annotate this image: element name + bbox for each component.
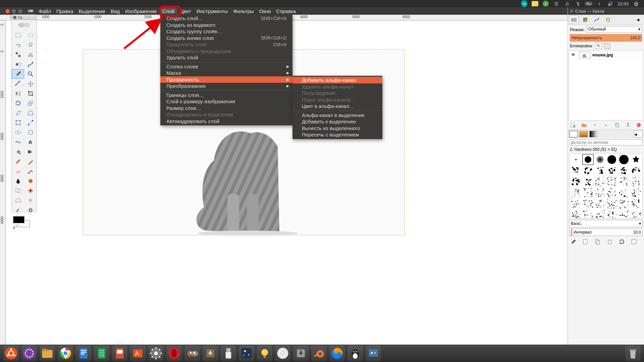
brush-preset[interactable] — [606, 198, 618, 209]
swap-colors-icon[interactable] — [13, 226, 17, 230]
tool-perspective-clone[interactable] — [12, 195, 24, 205]
brush-preset[interactable] — [606, 187, 618, 198]
tool-paintbrush[interactable] — [24, 157, 37, 166]
tab-paths[interactable] — [592, 16, 601, 24]
layer-row[interactable]: 👁 кошка.jpg — [569, 51, 643, 59]
brush-tab-1[interactable] — [569, 131, 578, 137]
dock-sheets-icon[interactable] — [94, 346, 109, 361]
submenu-item[interactable]: Альфа-канал в выделение — [292, 112, 382, 119]
tool-heal[interactable] — [24, 186, 37, 195]
brush-preset[interactable] — [606, 154, 618, 165]
brush-preset[interactable] — [630, 165, 642, 176]
tool-align[interactable] — [12, 88, 24, 98]
opacity-slider[interactable]: Непрозрачность 100,0 — [570, 34, 642, 42]
dock-settings-icon[interactable] — [148, 346, 164, 361]
submenu-item[interactable]: Добавить альфа-канал — [292, 77, 382, 83]
tool-dodge[interactable] — [24, 205, 37, 215]
tab-layers[interactable] — [569, 16, 579, 24]
dock-docs-icon[interactable] — [76, 346, 91, 361]
dock-firefox-icon[interactable] — [329, 346, 345, 361]
tool-shear[interactable] — [12, 108, 24, 118]
color-swatch[interactable] — [13, 216, 35, 230]
tool-color-picker[interactable] — [12, 69, 24, 79]
menu-windows[interactable]: Окна — [257, 8, 274, 15]
tool-gradient[interactable] — [24, 147, 37, 157]
toolbox-close-icon[interactable] — [13, 16, 16, 19]
tool-crop[interactable] — [24, 88, 37, 98]
brush-preset[interactable] — [630, 209, 642, 219]
tool-lasso[interactable] — [12, 40, 24, 50]
delete-layer-icon[interactable] — [636, 122, 641, 128]
menu-tools[interactable]: Инструменты — [194, 8, 231, 15]
open-as-image-icon[interactable] — [631, 239, 637, 245]
tool-fuzzy-select[interactable] — [24, 40, 37, 50]
brush-preset[interactable] — [570, 176, 582, 187]
brush-preset[interactable] — [606, 209, 618, 219]
menu-image[interactable]: Изображение — [122, 8, 160, 15]
delete-brush-icon[interactable] — [607, 239, 613, 245]
window-minimize-button[interactable] — [12, 9, 16, 13]
duplicate-layer-icon[interactable] — [614, 122, 620, 128]
lock-alpha-icon[interactable] — [604, 43, 610, 49]
tool-flip[interactable] — [12, 127, 24, 137]
dock-trash-icon[interactable] — [625, 346, 641, 361]
menu-item[interactable]: Создать группу слоёв… — [160, 28, 292, 35]
submenu-item[interactable]: Цвет в альфа-канал… — [292, 103, 382, 110]
dock-tux-icon[interactable] — [347, 346, 363, 361]
brush-preset[interactable] — [582, 187, 594, 198]
menu-item[interactable]: Маска▶ — [160, 70, 292, 76]
brush-interval-slider[interactable]: Интервал 10,0 — [569, 229, 643, 236]
tool-scissors[interactable] — [24, 50, 37, 59]
tool-rect-select[interactable] — [12, 30, 24, 40]
tool-pencil[interactable] — [12, 157, 24, 166]
menu-help[interactable]: Справка — [273, 8, 299, 15]
brush-preset[interactable] — [570, 187, 582, 198]
brush-preset[interactable] — [618, 165, 630, 176]
tool-move[interactable] — [24, 79, 37, 88]
refresh-brush-icon[interactable] — [619, 239, 625, 245]
menu-item[interactable]: Преобразования▶ — [160, 83, 292, 89]
menu-file[interactable]: Файл — [36, 8, 54, 15]
brush-preset[interactable] — [582, 209, 594, 219]
bluetooth-icon[interactable]: ᚼ — [596, 1, 603, 6]
volume-icon[interactable]: 🔊 — [607, 1, 613, 6]
brush-preset[interactable] — [594, 198, 606, 209]
brush-preset[interactable] — [594, 165, 606, 176]
dock-opera-icon[interactable] — [166, 346, 182, 361]
network-icon[interactable]: ⇅ — [575, 1, 581, 6]
dock-menu-icon[interactable]: ◂ — [633, 16, 643, 24]
dock-install-icon[interactable] — [293, 346, 309, 361]
menu-item[interactable]: Слой к размеру изображения — [160, 98, 292, 105]
brush-tab-3[interactable] — [589, 131, 598, 137]
menu-item[interactable]: Удалить слой — [160, 54, 292, 61]
brush-preset[interactable] — [570, 198, 582, 209]
brush-preset[interactable] — [630, 187, 642, 198]
tool-color-select[interactable] — [12, 50, 24, 59]
printer-icon[interactable]: ⎙ — [564, 1, 571, 6]
visibility-icon[interactable]: 👁 — [569, 52, 578, 57]
tool-handle-transform[interactable] — [24, 118, 37, 127]
window-maximize-button[interactable] — [18, 9, 22, 13]
brush-preset[interactable] — [630, 198, 642, 209]
dock-paint-icon[interactable] — [366, 346, 381, 361]
brush-preset[interactable] — [594, 176, 606, 187]
dock-activity-icon[interactable] — [21, 346, 37, 361]
keyboard-layout-icon[interactable]: Ru — [585, 1, 592, 6]
dock-ubuntu-icon[interactable] — [3, 346, 19, 361]
brush-preset[interactable] — [618, 176, 630, 187]
brush-preset[interactable] — [630, 154, 642, 165]
tool-smudge[interactable] — [12, 205, 24, 215]
tool-clone[interactable] — [12, 186, 24, 195]
toolbox-grip-icon[interactable] — [12, 20, 37, 30]
dock-usb-icon[interactable] — [221, 346, 236, 361]
menu-item[interactable]: Прозрачность▶ — [160, 76, 292, 83]
new-brush-icon[interactable] — [583, 239, 589, 245]
menu-item[interactable]: Стопка слоев▶ — [160, 63, 292, 70]
menu-edit[interactable]: Правка — [54, 8, 76, 15]
tool-warp[interactable] — [12, 137, 24, 147]
brush-preset[interactable] — [582, 165, 594, 176]
brush-preset[interactable] — [618, 154, 630, 165]
brush-preset[interactable] — [570, 209, 582, 219]
menu-item[interactable]: Создать копию слояShift+Ctrl+D — [160, 35, 292, 42]
power-icon[interactable]: ⏻ — [633, 1, 639, 6]
